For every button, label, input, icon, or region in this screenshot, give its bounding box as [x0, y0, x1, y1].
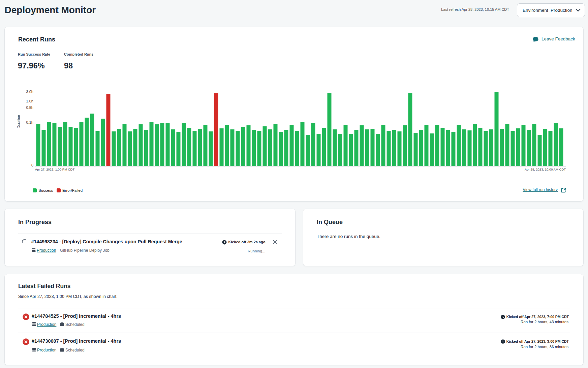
svg-text:Duration: Duration: [17, 115, 21, 128]
svg-text:0.5h: 0.5h: [26, 105, 33, 110]
svg-text:0.1h: 0.1h: [26, 120, 33, 124]
svg-text:Apr 27, 2023, 1:00 PM CDT: Apr 27, 2023, 1:00 PM CDT: [35, 167, 74, 171]
svg-text:Apr 28, 2023, 10:00 AM CDT: Apr 28, 2023, 10:00 AM CDT: [525, 167, 566, 171]
svg-text:3.0h: 3.0h: [26, 90, 33, 94]
svg-text:0: 0: [31, 163, 33, 167]
svg-text:1.0h: 1.0h: [26, 99, 33, 103]
